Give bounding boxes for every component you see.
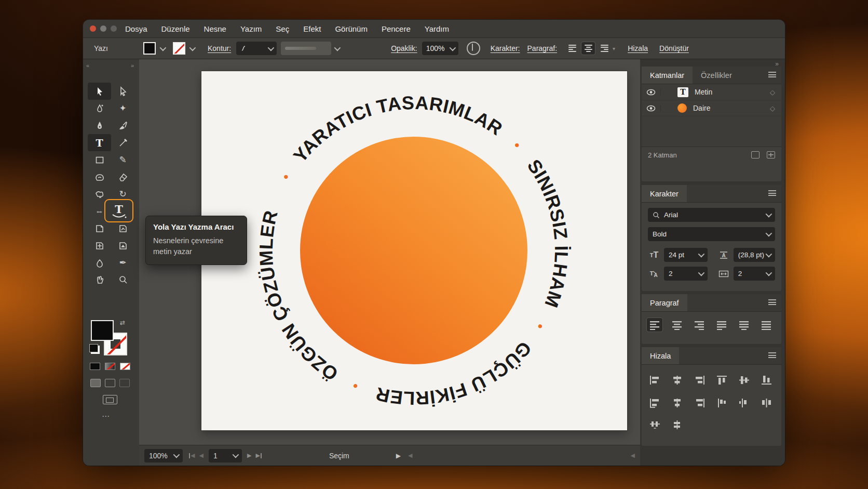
align-panel-link[interactable]: Hizala <box>628 44 648 52</box>
align-objects-hcenter-button[interactable] <box>669 373 685 387</box>
stroke-chevron-icon[interactable] <box>189 44 196 51</box>
menu-gorunum[interactable]: Görünüm <box>335 24 368 33</box>
opacity-link[interactable]: Opaklik: <box>391 44 417 52</box>
line-segment-tool[interactable] <box>111 134 134 151</box>
last-artboard-icon[interactable]: ▶ <box>255 452 261 459</box>
close-window-button[interactable] <box>90 25 96 32</box>
menu-dosya[interactable]: Dosya <box>125 24 147 33</box>
direct-selection-tool[interactable] <box>111 83 134 100</box>
align-objects-right-button[interactable] <box>691 373 707 387</box>
stroke-color-swatch[interactable] <box>173 42 185 55</box>
align-menu-icon[interactable] <box>768 352 776 360</box>
zoom-tool[interactable] <box>111 271 134 288</box>
distribute-vspace-button[interactable] <box>669 418 685 431</box>
opacity-dropdown[interactable]: 100% <box>422 42 458 55</box>
layer-name[interactable]: Metin <box>695 88 770 96</box>
tab-ozellikler[interactable]: Özellikler <box>693 67 740 84</box>
next-artboard-icon[interactable]: ▶ <box>247 452 251 459</box>
new-layer-icon[interactable] <box>751 151 760 158</box>
fill-indicator[interactable] <box>91 320 114 341</box>
tab-katmanlar[interactable]: Katmanlar <box>642 67 693 84</box>
collapse-right-icon[interactable]: » <box>131 62 134 69</box>
para-justify-center-button[interactable] <box>736 318 752 332</box>
opacity-mask-icon[interactable] <box>467 42 480 55</box>
artboard-number-dropdown[interactable]: 1 <box>209 449 242 462</box>
symbol-sprayer-tool[interactable] <box>88 220 111 237</box>
brush-preview-dropdown[interactable] <box>281 42 331 55</box>
draw-inside-button[interactable] <box>119 379 130 387</box>
menu-pencere[interactable]: Pencere <box>382 24 411 33</box>
zoom-level-dropdown[interactable]: 100% <box>144 449 183 462</box>
character-link[interactable]: Karakter: <box>491 44 520 52</box>
menu-yardim[interactable]: Yardım <box>425 24 449 33</box>
gradient-mode-button[interactable] <box>105 363 115 370</box>
zoom-window-button[interactable] <box>111 25 117 32</box>
artboard[interactable]: ● YARATICI TASARIMLAR ● SINIRSIZ İLHAM ●… <box>201 71 627 430</box>
change-screen-mode-icon[interactable] <box>103 395 117 404</box>
distribute-right-button[interactable] <box>758 396 774 409</box>
font-family-combobox[interactable]: Arial <box>648 208 775 222</box>
hand-tool[interactable] <box>88 271 111 288</box>
rectangle-tool[interactable] <box>88 151 111 168</box>
curvature-tool[interactable] <box>88 100 111 117</box>
fill-color-swatch[interactable] <box>143 42 156 55</box>
menu-sec[interactable]: Seç <box>276 24 289 33</box>
character-menu-icon[interactable] <box>768 190 776 197</box>
target-diamond-icon[interactable]: ◇ <box>770 104 775 112</box>
font-size-dropdown[interactable]: 24 pt <box>664 248 708 262</box>
pencil-tool[interactable]: ✎ <box>111 151 134 168</box>
mesh-tool[interactable] <box>88 237 111 254</box>
draw-normal-button[interactable] <box>90 379 101 387</box>
layer-name[interactable]: Daire <box>693 104 770 112</box>
brush-chevron-icon[interactable] <box>334 44 341 51</box>
kerning-dropdown[interactable]: 2 <box>664 267 708 281</box>
tab-paragraf[interactable]: Paragraf <box>642 294 687 311</box>
more-tools-icon[interactable]: ⋯ <box>102 412 111 421</box>
blend-tool[interactable] <box>88 254 111 271</box>
type-on-path-tool[interactable]: T <box>104 199 133 222</box>
eraser-tool[interactable] <box>111 168 134 186</box>
leading-dropdown[interactable]: (28,8 pt) <box>734 248 775 262</box>
status-back-arrow-icon[interactable]: ◀ <box>408 452 412 459</box>
para-justify-all-button[interactable] <box>758 318 774 332</box>
para-align-left-button[interactable] <box>647 318 662 332</box>
stroke-link[interactable]: Kontur: <box>208 44 231 52</box>
target-diamond-icon[interactable]: ◇ <box>770 88 775 96</box>
fill-chevron-icon[interactable] <box>160 44 167 51</box>
align-objects-vcenter-button[interactable] <box>736 373 752 387</box>
swap-fill-stroke-icon[interactable]: ⇄ <box>120 319 125 326</box>
para-align-center-button[interactable] <box>669 318 685 332</box>
panel-edge-arrow-icon[interactable]: ◀ <box>631 452 635 459</box>
menu-duzenle[interactable]: Düzenle <box>161 24 190 33</box>
align-objects-left-button[interactable] <box>647 373 662 387</box>
layers-grid-icon[interactable] <box>767 151 775 158</box>
selection-tool[interactable] <box>88 83 111 100</box>
orange-gradient-circle[interactable] <box>300 137 527 364</box>
distribute-hcenter-button[interactable] <box>736 396 752 409</box>
align-center-button[interactable] <box>581 42 595 55</box>
tab-hizala[interactable]: Hizala <box>642 347 679 364</box>
stroke-profile-dropdown[interactable] <box>236 42 277 55</box>
para-align-right-button[interactable] <box>691 318 707 332</box>
color-mode-button[interactable] <box>90 363 100 370</box>
menu-nesne[interactable]: Nesne <box>204 24 226 33</box>
align-objects-top-button[interactable] <box>714 373 729 387</box>
type-tool[interactable]: T <box>88 134 111 151</box>
layer-row-metin[interactable]: T Metin ◇ <box>642 84 781 100</box>
draw-behind-button[interactable] <box>105 379 115 387</box>
status-popup-arrow-icon[interactable]: ▶ <box>396 452 401 459</box>
shaper-tool[interactable] <box>88 168 111 186</box>
eyedropper-tool[interactable]: ✒ <box>111 254 134 271</box>
font-style-dropdown[interactable]: Bold <box>648 227 775 241</box>
gradient-tool[interactable] <box>111 237 134 254</box>
align-left-button[interactable] <box>565 42 579 55</box>
align-right-button[interactable] <box>598 42 611 55</box>
layer-row-daire[interactable]: Daire ◇ <box>642 100 781 116</box>
distribute-bottom-button[interactable] <box>691 396 707 409</box>
tab-karakter[interactable]: Karakter <box>642 185 687 202</box>
default-fill-stroke-icon[interactable] <box>89 344 98 352</box>
magic-wand-tool[interactable]: ✦ <box>111 100 134 117</box>
distribute-top-button[interactable] <box>647 396 662 409</box>
first-artboard-icon[interactable]: ◀ <box>189 452 195 459</box>
previous-artboard-icon[interactable]: ◀ <box>199 452 203 459</box>
